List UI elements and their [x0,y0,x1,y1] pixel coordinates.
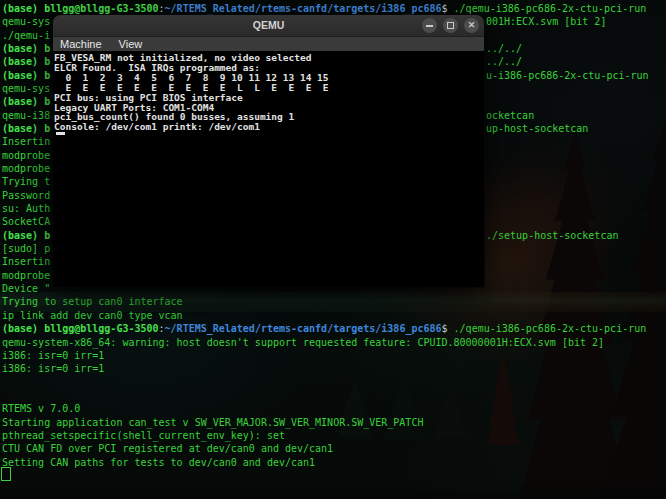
terminal-text: su: Auth [2,203,50,214]
terminal-text: Password [2,190,50,201]
terminal-cursor [1,467,11,481]
terminal-text: Starting application can_test v SW_VER_M… [2,417,423,428]
terminal-line: i386: isr=0 irr=1 [0,350,666,364]
window-controls: ✕ [422,18,479,33]
terminal-text: modprobe [2,150,50,161]
terminal-text: u-i386-pc686-2x-ctu-pci-run [486,70,649,81]
qemu-console-output: FB_VESA_RM not initialized, no video sel… [54,53,484,132]
terminal-text: ip link add dev can0 type vcan [2,310,183,321]
terminal-text: Insertin [2,256,50,267]
terminal-text: Device " [2,283,50,294]
terminal-text: ./qemu-i386-pc686-2x-ctu-pci-run [454,3,647,14]
maximize-button[interactable] [443,18,458,33]
minimize-button[interactable] [422,18,437,33]
terminal-text: modprobe [2,163,50,174]
terminal-line: pthread_setspecific(shell_current_env_ke… [0,430,666,444]
terminal-text: modprobe [2,270,50,281]
terminal-text: ~/RTEMS_Related/rtems-canfd/targets/i386… [165,3,442,14]
terminal-text: $ [442,323,454,334]
terminal-text: (base) b [2,43,50,54]
terminal-line: Starting application can_test v SW_VER_M… [0,417,666,431]
terminal-text: Trying to setup can0 interface [2,296,183,307]
terminal-text: ../../ [486,43,522,54]
terminal-text: ./qemu-i [2,30,50,41]
close-icon: ✕ [468,21,476,30]
menu-item-machine[interactable]: Machine [60,38,102,50]
terminal-text: (base) b [2,56,50,67]
terminal-text: (base) b [2,230,50,241]
terminal-text: $ [442,3,454,14]
terminal-text: qemu-system-x86_64: warning: host doesn'… [2,337,604,348]
terminal-text: (base) bllgg@bllgg-G3-3500 [2,3,159,14]
qemu-menubar: MachineView [53,37,484,51]
terminal-line: Trying to setup can0 interface [0,296,666,310]
terminal-line: (base) bllgg@bllgg-G3-3500:~/RTEMS_Relat… [0,323,666,337]
terminal-text: [sudo] p [2,243,50,254]
terminal-text: (base) bllgg@bllgg-G3-3500 [2,323,159,334]
terminal-text: 001H:ECX.svm [bit 2] [486,16,606,27]
terminal-line: Setting CAN paths for tests to dev/can0 … [0,457,666,471]
terminal-text: ocketcan [486,110,534,121]
terminal-line: CTU CAN FD over PCI registered at dev/ca… [0,443,666,457]
terminal-text: ./setup-host-socketcan [486,230,618,241]
terminal-text: CTU CAN FD over PCI registered at dev/ca… [2,443,333,454]
terminal-text: Trying t [2,176,50,187]
terminal-text: Setting CAN paths for tests to dev/can0 … [2,457,315,468]
terminal-line [0,390,666,404]
terminal-text: qemu-sys [2,83,50,94]
terminal-line: ip link add dev can0 type vcan [0,310,666,324]
terminal-text: ./qemu-i386-pc686-2x-ctu-pci-run [454,323,647,334]
menu-item-view[interactable]: View [119,38,143,50]
terminal-text: qemu-i38 [2,110,50,121]
terminal-line [0,377,666,391]
terminal-line: i386: isr=0 irr=1 [0,363,666,377]
close-button[interactable]: ✕ [464,18,479,33]
window-title: QEMU [53,19,484,31]
terminal-text: Insertin [2,136,50,147]
qemu-console-cursor [56,132,65,135]
terminal-line: RTEMS v 7.0.0 [0,403,666,417]
terminal-text: qemu-sys [2,16,50,27]
terminal-text: (base) b [2,70,50,81]
minimize-icon [426,25,433,27]
terminal-text: (base) b [2,123,50,134]
qemu-console-line: Console: /dev/com1 printk: /dev/com1 [54,122,484,132]
terminal-text: ../../ [486,56,522,67]
terminal-text: RTEMS v 7.0.0 [2,403,80,414]
terminal-text: i386: isr=0 irr=1 [2,363,104,374]
terminal-text: i386: isr=0 irr=1 [2,350,104,361]
terminal-text: up-host-socketcan [486,123,588,134]
terminal-text: SocketCA [2,216,50,227]
maximize-icon [447,22,454,29]
terminal-text: ~/RTEMS_Related/rtems-canfd/targets/i386… [165,323,442,334]
terminal-text: (base) b [2,96,50,107]
terminal-text: pthread_setspecific(shell_current_env_ke… [2,430,285,441]
qemu-window[interactable]: QEMU ✕ MachineView FB_VESA_RM not initia… [53,15,484,287]
qemu-titlebar[interactable]: QEMU ✕ [53,15,484,37]
terminal-line: qemu-system-x86_64: warning: host doesn'… [0,337,666,351]
qemu-console[interactable]: FB_VESA_RM not initialized, no video sel… [53,51,484,287]
